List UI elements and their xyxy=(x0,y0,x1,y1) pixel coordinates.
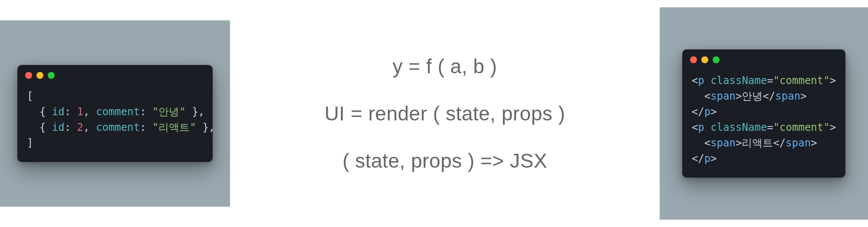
code-colon: : xyxy=(65,106,77,118)
code-string: "안녕" xyxy=(152,106,186,118)
code-gt: > xyxy=(811,137,817,149)
code-lt: < xyxy=(704,137,710,149)
left-panel: [ { id: 1, comment: "안녕" }, { id: 2, com… xyxy=(0,20,230,207)
code-comma: , xyxy=(83,106,96,118)
formula-1: y = f ( a, b ) xyxy=(393,55,497,78)
code-obj-open: { xyxy=(27,121,52,133)
code-comma: , xyxy=(83,121,96,133)
center-formulas: y = f ( a, b ) UI = render ( state, prop… xyxy=(230,55,660,172)
close-icon xyxy=(25,72,32,79)
terminal-header xyxy=(682,49,845,67)
code-gt: > xyxy=(830,121,836,133)
code-attr: className xyxy=(710,121,767,133)
maximize-icon xyxy=(713,56,720,63)
code-bracket-open: [ xyxy=(27,90,33,102)
code-lt: </ xyxy=(692,106,704,118)
code-sp xyxy=(704,75,710,87)
code-eq: = xyxy=(767,121,773,133)
terminal-header xyxy=(17,65,213,82)
code-lt: </ xyxy=(773,137,786,149)
formula-3: ( state, props ) => JSX xyxy=(342,149,547,172)
code-key: comment xyxy=(96,121,140,133)
code-tag: p xyxy=(704,152,710,165)
code-attrval: "comment" xyxy=(773,121,830,133)
code-tag: span xyxy=(775,90,800,102)
right-terminal: <p className="comment"> <span>안녕</span> … xyxy=(682,49,845,178)
left-code-body: [ { id: 1, comment: "안녕" }, { id: 2, com… xyxy=(17,82,213,162)
code-text: 안녕 xyxy=(742,90,763,102)
code-number: 2 xyxy=(77,121,83,133)
code-indent xyxy=(692,90,704,102)
code-lt: </ xyxy=(692,152,704,165)
right-code-body: <p className="comment"> <span>안녕</span> … xyxy=(682,67,845,178)
code-tag: span xyxy=(710,137,736,149)
code-obj-close: }, xyxy=(196,121,213,133)
minimize-icon xyxy=(701,56,708,63)
code-key: comment xyxy=(96,106,140,118)
code-lt: </ xyxy=(763,90,775,102)
code-key: id xyxy=(52,106,65,118)
code-gt: > xyxy=(736,90,742,102)
code-tag: p xyxy=(704,106,710,118)
code-tag: span xyxy=(786,137,811,149)
code-attr: className xyxy=(710,75,767,87)
code-gt: > xyxy=(710,106,717,118)
code-obj-open: { xyxy=(27,106,52,118)
code-gt: > xyxy=(736,137,742,149)
code-tag: p xyxy=(698,75,704,87)
formula-2: UI = render ( state, props ) xyxy=(325,102,566,125)
code-colon: : xyxy=(140,106,152,118)
left-terminal: [ { id: 1, comment: "안녕" }, { id: 2, com… xyxy=(17,65,213,162)
right-panel: <p className="comment"> <span>안녕</span> … xyxy=(660,7,868,220)
code-sp xyxy=(704,121,710,133)
code-tag: p xyxy=(698,121,704,133)
code-number: 1 xyxy=(77,106,83,118)
code-colon: : xyxy=(65,121,77,133)
code-gt: > xyxy=(800,90,806,102)
code-key: id xyxy=(52,121,65,133)
code-lt: < xyxy=(704,90,710,102)
code-attrval: "comment" xyxy=(773,75,830,87)
code-lt: < xyxy=(692,75,698,87)
code-eq: = xyxy=(767,75,773,87)
code-indent xyxy=(692,137,704,149)
code-gt: > xyxy=(710,152,717,165)
code-tag: span xyxy=(710,90,736,102)
close-icon xyxy=(690,56,697,63)
code-lt: < xyxy=(692,121,698,133)
code-bracket-close: ] xyxy=(27,137,33,149)
minimize-icon xyxy=(36,72,43,79)
code-string: "리액트" xyxy=(152,121,196,133)
code-gt: > xyxy=(830,75,836,87)
code-text: 리액트 xyxy=(742,137,773,149)
maximize-icon xyxy=(48,72,55,79)
code-colon: : xyxy=(140,121,152,133)
code-obj-close: }, xyxy=(186,106,204,118)
